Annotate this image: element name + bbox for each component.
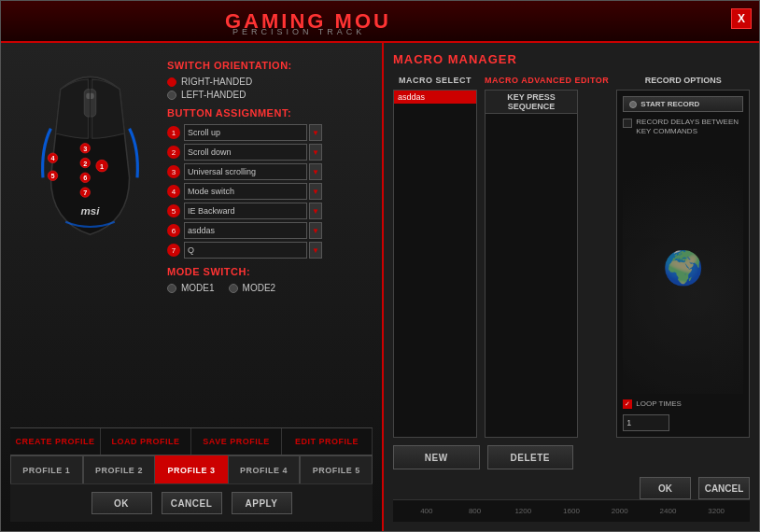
- timeline-bar: 400 800 1200 1600 2000 2400 3200: [393, 499, 750, 522]
- macro-columns: MACRO SELECT asddas MACRO ADVANCED EDITO…: [393, 76, 750, 438]
- btn3-dropdown[interactable]: Universal scrolling: [184, 163, 307, 180]
- tick-1200: 1200: [499, 507, 547, 515]
- assignment-row-5: 5 IE Backward ▼: [167, 203, 365, 219]
- tick-3200: 3200: [692, 507, 740, 515]
- mode-switch-section: MODE SWITCH: MODE1 MODE2: [167, 266, 365, 296]
- btn-num-7: 7: [167, 244, 180, 257]
- tick-400: 400: [402, 507, 451, 515]
- macro-item-asddas[interactable]: asddas: [394, 91, 476, 104]
- left-settings: SWITCH ORIENTATION: RIGHT-HANDED LEFT-HA…: [167, 60, 365, 427]
- apply-button[interactable]: APPLY: [232, 492, 292, 514]
- left-handed-radio[interactable]: [167, 91, 176, 100]
- svg-text:7: 7: [83, 189, 87, 197]
- assignment-row-3: 3 Universal scrolling ▼: [167, 163, 365, 180]
- key-sequence-col: MACRO ADVANCED EDITOR KEY PRESS SEQUENCE: [485, 76, 609, 438]
- start-record-button[interactable]: START RECORD: [623, 96, 743, 112]
- btn4-dropdown[interactable]: Mode switch: [184, 183, 307, 200]
- btn-num-2: 2: [167, 146, 180, 159]
- close-button[interactable]: X: [731, 8, 752, 29]
- btn6-arrow[interactable]: ▼: [309, 222, 322, 239]
- macro-new-button[interactable]: NEW: [393, 445, 480, 469]
- left-panel: 1 3 2 6 4: [1, 43, 384, 531]
- btn-num-3: 3: [167, 165, 180, 178]
- svg-text:2: 2: [83, 160, 87, 168]
- title-bar: GAMING MOU PERCISION TRACK X: [1, 1, 759, 43]
- left-content: 1 3 2 6 4: [10, 52, 373, 427]
- cancel-button[interactable]: CANCEL: [162, 492, 222, 514]
- assignment-row-1: 1 Scroll up ▼: [167, 124, 365, 141]
- macro-editor-label: MACRO ADVANCED EDITOR: [485, 76, 609, 85]
- btn6-dropdown[interactable]: asddas: [184, 222, 307, 239]
- record-delays-checkbox[interactable]: [623, 119, 632, 128]
- profile5-tab[interactable]: PROFILE 5: [300, 455, 373, 483]
- mode2-option[interactable]: MODE2: [229, 283, 276, 293]
- button-assignment-title: BUTTON ASSIGNMENT:: [167, 107, 365, 119]
- macro-select-label: MACRO SELECT: [393, 76, 477, 85]
- assignment-row-4: 4 Mode switch ▼: [167, 183, 365, 200]
- btn-num-5: 5: [167, 204, 180, 217]
- macro-select-col: MACRO SELECT asddas: [393, 76, 477, 438]
- record-box: START RECORD RECORD DELAYS BETWEEN KEY C…: [616, 90, 750, 438]
- profile3-tab[interactable]: PROFILE 3: [155, 455, 228, 483]
- btn1-arrow[interactable]: ▼: [309, 124, 322, 141]
- main-window: GAMING MOU PERCISION TRACK X: [0, 0, 760, 532]
- tick-2000: 2000: [596, 507, 644, 515]
- btn3-arrow[interactable]: ▼: [309, 163, 322, 180]
- right-panel: MACRO MANAGER MACRO SELECT asddas MACRO …: [384, 43, 759, 531]
- btn-num-1: 1: [167, 126, 180, 139]
- btn2-arrow[interactable]: ▼: [309, 144, 322, 161]
- loop-section: ✓ LOOP TIMES 1: [623, 399, 743, 431]
- mode1-option[interactable]: MODE1: [167, 283, 215, 293]
- macro-manager-title: MACRO MANAGER: [393, 52, 750, 66]
- mode2-radio[interactable]: [229, 284, 238, 293]
- assignment-row-2: 2 Scroll down ▼: [167, 144, 365, 161]
- switch-orientation-title: SWITCH ORIENTATION:: [167, 60, 365, 71]
- btn5-arrow[interactable]: ▼: [309, 203, 322, 219]
- mode-switch-title: MODE SWITCH:: [167, 266, 365, 277]
- loop-times-input[interactable]: 1: [623, 414, 669, 431]
- mode1-radio[interactable]: [167, 284, 176, 293]
- loop-times-label: LOOP TIMES: [636, 399, 682, 409]
- left-handed-option[interactable]: LEFT-HANDED: [167, 90, 365, 100]
- right-handed-radio[interactable]: [167, 77, 176, 87]
- btn2-dropdown[interactable]: Scroll down: [184, 144, 307, 161]
- btn1-dropdown[interactable]: Scroll up: [184, 124, 307, 141]
- start-record-label: START RECORD: [640, 100, 699, 108]
- macro-ok-button[interactable]: OK: [640, 477, 691, 499]
- btn4-arrow[interactable]: ▼: [309, 183, 322, 200]
- profile4-tab[interactable]: PROFILE 4: [228, 455, 301, 483]
- macro-cancel-button[interactable]: CANCEL: [698, 477, 750, 499]
- tick-800: 800: [451, 507, 500, 515]
- record-circle-icon: [629, 101, 637, 108]
- svg-text:msi: msi: [81, 205, 101, 217]
- profile2-tab[interactable]: PROFILE 2: [83, 455, 156, 483]
- key-sequence-area: KEY PRESS SEQUENCE: [485, 90, 578, 438]
- tick-1600: 1600: [547, 507, 596, 515]
- svg-text:6: 6: [83, 174, 87, 182]
- svg-text:3: 3: [83, 145, 87, 153]
- mode1-label: MODE1: [181, 283, 215, 293]
- main-content: 1 3 2 6 4: [1, 43, 759, 531]
- ok-button[interactable]: OK: [91, 492, 152, 514]
- loop-times-checkbox[interactable]: ✓: [623, 399, 632, 409]
- load-profile-button[interactable]: LOAD PROFILE: [101, 428, 191, 455]
- profile-tabs: PROFILE 1 PROFILE 2 PROFILE 3 PROFILE 4 …: [10, 455, 373, 483]
- profile1-tab[interactable]: PROFILE 1: [10, 455, 83, 483]
- key-sequence-label: KEY PRESS SEQUENCE: [486, 91, 577, 114]
- save-profile-button[interactable]: SAVE PROFILE: [191, 428, 282, 455]
- macro-list[interactable]: asddas: [393, 90, 477, 438]
- svg-text:1: 1: [100, 162, 104, 171]
- macro-action-buttons: NEW DELETE: [393, 445, 750, 469]
- right-handed-label: RIGHT-HANDED: [181, 77, 252, 87]
- right-handed-option[interactable]: RIGHT-HANDED: [167, 77, 365, 87]
- edit-profile-button[interactable]: EDIT PROFILE: [282, 428, 373, 455]
- btn5-dropdown[interactable]: IE Backward: [184, 203, 307, 219]
- left-handed-label: LEFT-HANDED: [181, 90, 246, 100]
- create-profile-button[interactable]: CREATE PROFILE: [10, 428, 101, 455]
- btn7-dropdown[interactable]: Q: [184, 242, 307, 259]
- macro-delete-button[interactable]: DELETE: [487, 445, 574, 469]
- switch-orientation-section: SWITCH ORIENTATION: RIGHT-HANDED LEFT-HA…: [167, 60, 365, 100]
- loop-times-row: ✓ LOOP TIMES: [623, 399, 743, 409]
- btn7-arrow[interactable]: ▼: [309, 242, 322, 259]
- macro-ok-cancel: OK CANCEL: [393, 477, 750, 499]
